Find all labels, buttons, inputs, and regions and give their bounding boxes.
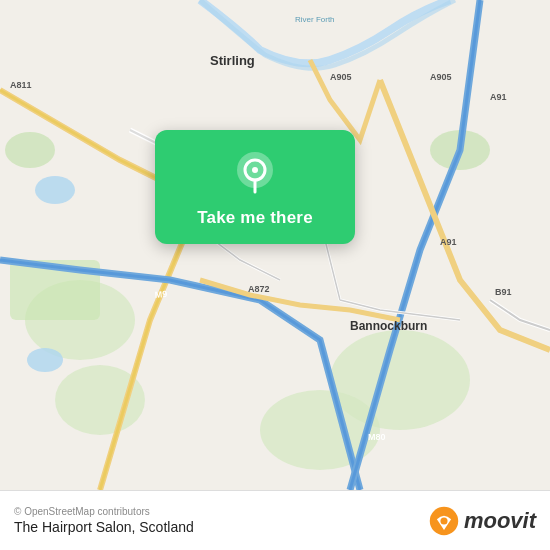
popup-card[interactable]: Take me there <box>155 130 355 244</box>
svg-text:A872: A872 <box>248 284 270 294</box>
take-me-there-button[interactable]: Take me there <box>197 208 313 228</box>
svg-point-9 <box>35 176 75 204</box>
svg-text:M80: M80 <box>368 432 386 442</box>
location-name: The Hairport Salon, Scotland <box>14 519 194 535</box>
map-svg: River Forth A811 M9 M80 A91 A91 A905 A90… <box>0 0 550 490</box>
svg-point-7 <box>5 132 55 168</box>
svg-text:A811: A811 <box>10 80 32 90</box>
svg-text:B91: B91 <box>495 287 512 297</box>
moovit-logo: moovit <box>428 505 536 537</box>
bottom-bar: © OpenStreetMap contributors The Hairpor… <box>0 490 550 550</box>
svg-point-25 <box>252 167 258 173</box>
svg-text:A91: A91 <box>490 92 507 102</box>
svg-text:A905: A905 <box>430 72 452 82</box>
svg-text:Bannockburn: Bannockburn <box>350 319 427 333</box>
moovit-text: moovit <box>464 508 536 534</box>
svg-point-10 <box>27 348 63 372</box>
svg-text:A91: A91 <box>440 237 457 247</box>
map-container: River Forth A811 M9 M80 A91 A91 A905 A90… <box>0 0 550 490</box>
svg-text:River Forth: River Forth <box>295 15 335 24</box>
svg-text:Stirling: Stirling <box>210 53 255 68</box>
moovit-icon <box>428 505 460 537</box>
svg-point-27 <box>440 517 447 524</box>
bottom-left: © OpenStreetMap contributors The Hairpor… <box>14 506 194 535</box>
svg-text:A905: A905 <box>330 72 352 82</box>
svg-text:M9: M9 <box>154 289 167 300</box>
osm-credit: © OpenStreetMap contributors <box>14 506 194 517</box>
location-pin-icon <box>231 150 279 198</box>
